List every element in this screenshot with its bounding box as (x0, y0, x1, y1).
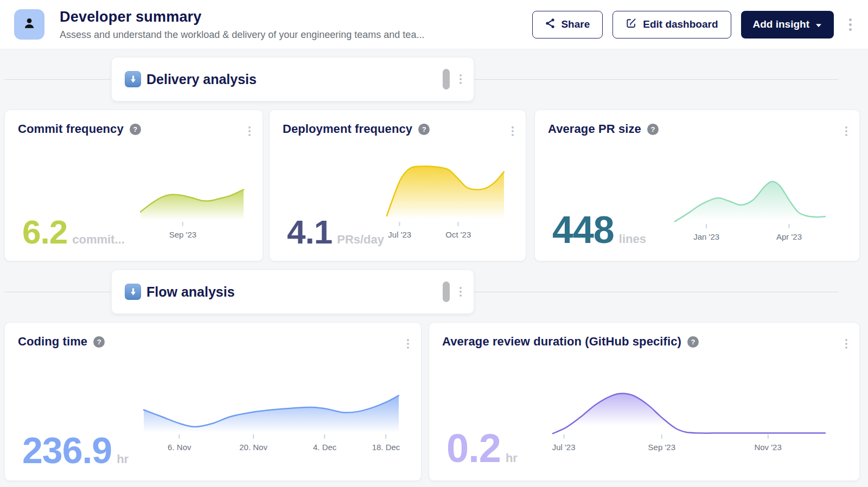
tick-mark (789, 224, 790, 228)
section-divider (4, 79, 111, 80)
share-button-label: Share (561, 18, 590, 30)
axis-tick: Jan '23 (693, 224, 719, 241)
section-header-delivery-analysis: Delivery analysis (111, 57, 474, 101)
tick-label: 20. Nov (239, 443, 267, 452)
down-arrow-emoji-icon (125, 71, 141, 87)
sparkline-chart (387, 162, 504, 222)
tick-label: 4. Dec (313, 443, 336, 452)
down-arrow-emoji-icon (125, 284, 141, 300)
tick-label: Jul '23 (388, 230, 411, 239)
add-insight-button[interactable]: Add insight (741, 11, 834, 39)
tick-mark (253, 434, 254, 439)
sparkline-chart (144, 392, 399, 434)
tick-mark (179, 434, 180, 439)
metric-unit: commit... (72, 233, 125, 247)
axis-tick: 4. Dec (313, 434, 336, 452)
card-kebab-menu-icon[interactable] (509, 124, 516, 138)
card-title: Average PR size (548, 122, 641, 136)
edit-dashboard-button[interactable]: Edit dashboard (612, 11, 731, 39)
tick-mark (768, 434, 769, 439)
tick-mark (706, 224, 707, 228)
help-question-icon[interactable]: ? (647, 124, 659, 135)
metric-value-block: 0.2 hr (446, 428, 518, 469)
metric-unit: PRs/day (337, 233, 384, 247)
card-kebab-menu-icon[interactable] (843, 337, 850, 351)
edit-pencil-icon (626, 17, 637, 31)
tick-label: Nov '23 (754, 443, 781, 452)
card-kebab-menu-icon[interactable] (246, 124, 253, 138)
sparkline-chart (553, 390, 825, 434)
tick-mark (324, 434, 326, 439)
metric-value-block: 6.2 commit... (22, 215, 125, 249)
page-subtitle: Assess and understand the workload & del… (60, 29, 521, 41)
tick-label: Oct '23 (445, 230, 471, 239)
share-icon (545, 18, 555, 31)
tick-label: Sep '23 (648, 443, 675, 452)
tick-label: Sep '23 (169, 230, 196, 239)
card-kebab-menu-icon[interactable] (405, 337, 411, 351)
section-kebab-menu-icon[interactable] (457, 285, 464, 299)
axis-tick: Nov '23 (754, 434, 781, 452)
edit-dashboard-button-label: Edit dashboard (643, 18, 718, 30)
sparkline-chart (675, 174, 825, 224)
metric-value: 0.2 (446, 428, 501, 469)
page-title: Developer summary (60, 9, 521, 25)
sparkline-chart (141, 186, 244, 222)
tick-label: Jul '23 (552, 443, 576, 452)
axis-tick: Sep '23 (169, 222, 196, 239)
tick-label: 6. Nov (168, 443, 191, 452)
card-kebab-menu-icon[interactable] (843, 124, 850, 138)
axis-tick: 6. Nov (168, 434, 191, 452)
header-kebab-menu-icon[interactable] (847, 16, 854, 33)
metric-card-average-review-duration: Average review duration (GitHub specific… (429, 322, 860, 481)
axis-tick: Apr '23 (776, 224, 802, 241)
help-question-icon[interactable]: ? (418, 124, 430, 135)
chart-x-axis: 6. Nov20. Nov4. Dec18. Dec (144, 434, 399, 457)
tick-mark (399, 222, 400, 226)
help-question-icon[interactable]: ? (687, 336, 699, 348)
axis-tick: Sep '23 (648, 434, 675, 452)
card-title: Average review duration (GitHub specific… (442, 335, 681, 349)
metric-value-block: 236.9 hr (22, 432, 129, 469)
caret-down-icon (815, 18, 822, 30)
drag-handle-icon[interactable] (443, 69, 450, 89)
metric-value-block: 4.1 PRs/day (287, 215, 384, 249)
metric-unit: hr (117, 452, 129, 466)
metric-value: 448 (552, 211, 614, 249)
axis-tick: Jul '23 (552, 434, 576, 452)
help-question-icon[interactable]: ? (93, 336, 105, 348)
axis-tick: 20. Nov (239, 434, 267, 452)
help-question-icon[interactable]: ? (130, 124, 141, 135)
metric-value: 236.9 (22, 432, 112, 469)
metric-value-block: 448 lines (552, 211, 646, 249)
dashboard-avatar (14, 9, 44, 40)
metric-card-deployment-frequency: Deployment frequency ? Jul '23Oct '23 4.… (269, 110, 526, 261)
tick-label: Jan '23 (693, 232, 719, 241)
tick-mark (563, 434, 564, 439)
axis-tick: 18. Dec (372, 434, 400, 452)
section-divider (474, 79, 838, 80)
tick-mark (458, 222, 459, 226)
metric-card-average-pr-size: Average PR size ? Jan '23Apr '23 448 lin… (534, 110, 860, 261)
drag-handle-icon[interactable] (443, 281, 450, 302)
chart-x-axis: Jul '23Oct '23 (387, 222, 504, 245)
tick-mark (182, 222, 183, 226)
tick-mark (661, 434, 662, 439)
metric-value: 4.1 (287, 215, 332, 249)
tick-label: 18. Dec (372, 443, 400, 452)
person-icon (22, 16, 37, 33)
card-title: Deployment frequency (283, 122, 412, 136)
share-button[interactable]: Share (532, 11, 603, 39)
metric-unit: lines (619, 232, 646, 246)
tick-label: Apr '23 (776, 232, 802, 241)
metric-unit: hr (506, 451, 518, 465)
card-title: Commit frequency (18, 122, 124, 136)
section-header-flow-analysis: Flow analysis (111, 270, 474, 314)
chart-x-axis: Sep '23 (141, 222, 244, 245)
add-insight-button-label: Add insight (753, 18, 809, 30)
section-title: Flow analysis (146, 284, 443, 300)
chart-x-axis: Jul '23Sep '23Nov '23 (553, 434, 825, 457)
section-kebab-menu-icon[interactable] (457, 72, 464, 86)
header-actions: Share Edit dashboard Add insight (532, 11, 854, 39)
section-divider (4, 292, 111, 292)
